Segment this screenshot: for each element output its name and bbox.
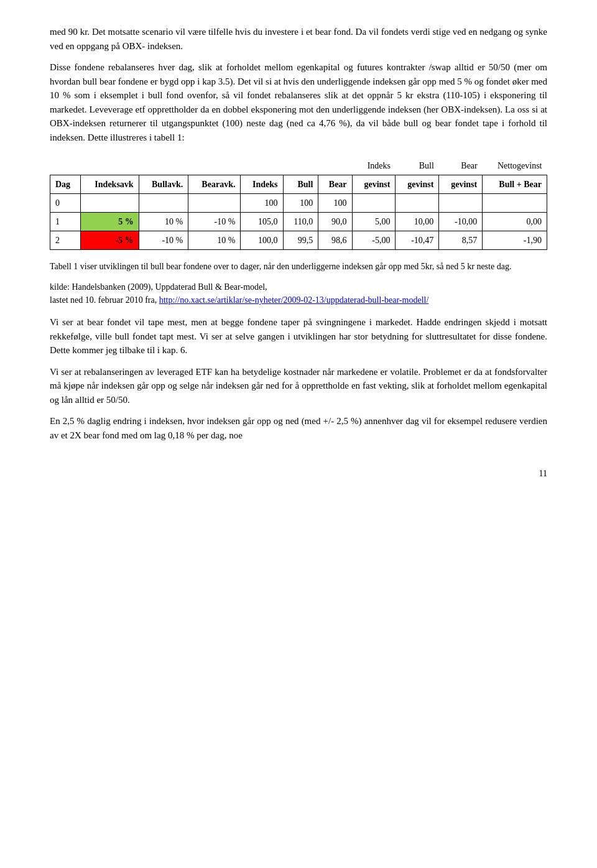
cell-bear-gevinst-2: 8,57 xyxy=(439,231,483,250)
cell-bear-2: 98,6 xyxy=(318,231,352,250)
th-bearavk-label: Bearavk. xyxy=(188,175,241,194)
cell-indeksavk-2: -5 % xyxy=(80,231,139,250)
paragraph-5: En 2,5 % daglig endring i indeksen, hvor… xyxy=(50,414,547,442)
cell-netto-2: -1,90 xyxy=(483,231,547,250)
cell-indeks-1: 105,0 xyxy=(241,213,283,231)
th-empty-bearavk xyxy=(188,157,241,175)
cell-bull-gevinst-1: 10,00 xyxy=(396,213,439,231)
paragraph-4: Vi ser at rebalanseringen av leveraged E… xyxy=(50,365,547,407)
paragraph-1: med 90 kr. Det motsatte scenario vil vær… xyxy=(50,25,547,53)
cell-bull-1: 110,0 xyxy=(283,213,318,231)
cell-indeks-gevinst-1: 5,00 xyxy=(352,213,396,231)
cell-bullavk-1: 10 % xyxy=(139,213,188,231)
cell-dag-1: 1 xyxy=(50,213,81,231)
paragraph-2: Disse fondene rebalanseres hver dag, sli… xyxy=(50,60,547,144)
kilde-line2-prefix: lastet ned 10. februar 2010 fra, xyxy=(50,295,159,305)
cell-bear-gevinst-0 xyxy=(439,194,483,213)
th-bullavk-label: Bullavk. xyxy=(139,175,188,194)
cell-bull-gevinst-0 xyxy=(396,194,439,213)
kilde-url-link[interactable]: http://no.xact.se/artiklar/se-nyheter/20… xyxy=(159,295,429,305)
cell-bullavk-2: -10 % xyxy=(139,231,188,250)
kilde-line1: kilde: Handelsbanken (2009), Uppdaterad … xyxy=(50,282,267,292)
th-bull-label: Bull xyxy=(283,175,318,194)
th-empty-indeksavk xyxy=(80,157,139,175)
th-empty-bull xyxy=(283,157,318,175)
cell-bearavk-0 xyxy=(188,194,241,213)
th-empty-bullavk xyxy=(139,157,188,175)
cell-netto-0 xyxy=(483,194,547,213)
cell-indeks-0: 100 xyxy=(241,194,283,213)
table-row-0: 0 100 100 100 xyxy=(50,194,547,213)
th-bull-gevinst: Bull xyxy=(396,157,439,175)
th-bear-gevinst: Bear xyxy=(439,157,483,175)
cell-dag-0: 0 xyxy=(50,194,81,213)
table-row-1: 1 5 % 10 % -10 % 105,0 110,0 90,0 5,00 1… xyxy=(50,213,547,231)
table-1-wrapper: Indeks Bull Bear Nettogevinst Dag Indeks… xyxy=(50,157,547,250)
cell-bear-1: 90,0 xyxy=(318,213,352,231)
th-empty-indeks xyxy=(241,157,283,175)
cell-indeks-gevinst-2: -5,00 xyxy=(352,231,396,250)
cell-bearavk-2: 10 % xyxy=(188,231,241,250)
th-indeks-label: Indeks xyxy=(241,175,283,194)
th-bear-label: Bear xyxy=(318,175,352,194)
table-1: Indeks Bull Bear Nettogevinst Dag Indeks… xyxy=(50,157,547,250)
th-gevinst-bull: gevinst xyxy=(396,175,439,194)
th-empty-dag xyxy=(50,157,81,175)
table-row-2: 2 -5 % -10 % 10 % 100,0 99,5 98,6 -5,00 … xyxy=(50,231,547,250)
th-indeks-gevinst: Indeks xyxy=(352,157,396,175)
page-content: med 90 kr. Det motsatte scenario vil vær… xyxy=(50,25,547,480)
th-gevinst-indeks: gevinst xyxy=(352,175,396,194)
table-caption: Tabell 1 viser utviklingen til bull bear… xyxy=(50,260,547,273)
table-header-row-1: Indeks Bull Bear Nettogevinst xyxy=(50,157,547,175)
cell-bull-gevinst-2: -10,47 xyxy=(396,231,439,250)
table-header-row-2: Dag Indeksavk Bullavk. Bearavk. Indeks B… xyxy=(50,175,547,194)
cell-indeks-2: 100,0 xyxy=(241,231,283,250)
cell-bullavk-0 xyxy=(139,194,188,213)
th-bull-plus-bear: Bull + Bear xyxy=(483,175,547,194)
cell-netto-1: 0,00 xyxy=(483,213,547,231)
cell-bearavk-1: -10 % xyxy=(188,213,241,231)
kilde-block: kilde: Handelsbanken (2009), Uppdaterad … xyxy=(50,280,547,307)
cell-bear-0: 100 xyxy=(318,194,352,213)
th-indeksavk-label: Indeksavk xyxy=(80,175,139,194)
th-empty-bear xyxy=(318,157,352,175)
th-dag: Dag xyxy=(50,175,81,194)
cell-bear-gevinst-1: -10,00 xyxy=(439,213,483,231)
cell-indeksavk-0 xyxy=(80,194,139,213)
cell-indeks-gevinst-0 xyxy=(352,194,396,213)
paragraph-3: Vi ser at bear fondet vil tape mest, men… xyxy=(50,315,547,358)
th-netto: Nettogevinst xyxy=(483,157,547,175)
cell-bull-0: 100 xyxy=(283,194,318,213)
page-number: 11 xyxy=(50,467,547,480)
cell-dag-2: 2 xyxy=(50,231,81,250)
th-gevinst-bear: gevinst xyxy=(439,175,483,194)
cell-bull-2: 99,5 xyxy=(283,231,318,250)
cell-indeksavk-1: 5 % xyxy=(80,213,139,231)
